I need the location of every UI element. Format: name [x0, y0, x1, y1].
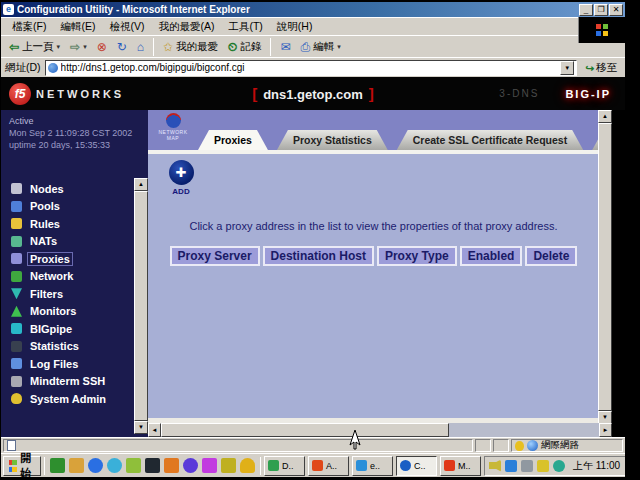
url-dropdown-icon[interactable]: ▾: [560, 61, 574, 75]
start-button[interactable]: 開始: [3, 456, 41, 476]
task-buttons: D.. A.. e.. C.. M..: [264, 456, 481, 476]
scrollbar-thumb[interactable]: [161, 423, 449, 437]
bigpipe-icon: [11, 323, 22, 334]
sidebar-item-bigpipe[interactable]: BIGpipe: [1, 320, 134, 338]
content-vertical-scrollbar[interactable]: ▲ ▼: [598, 110, 612, 424]
volume-icon[interactable]: [489, 460, 501, 472]
quick-launch-icon[interactable]: [202, 458, 217, 473]
sidebar-item-rules[interactable]: Rules: [1, 215, 134, 233]
back-button[interactable]: ⇦ 上一頁 ▾: [5, 37, 64, 56]
sidebar-item-pools[interactable]: Pools: [1, 198, 134, 216]
mindterm-ssh-icon: [11, 376, 22, 387]
tray-icon[interactable]: [553, 460, 565, 472]
datetime-text: Mon Sep 2 11:09:28 CST 2002: [9, 127, 148, 139]
tray-icon[interactable]: [537, 460, 549, 472]
task-button-label: D..: [282, 461, 294, 471]
horizontal-scrollbar[interactable]: ◄ ►: [148, 423, 612, 437]
header-proxy-server[interactable]: Proxy Server: [170, 246, 260, 266]
scroll-down-icon[interactable]: ▼: [134, 421, 148, 434]
scroll-left-icon[interactable]: ◄: [148, 423, 161, 437]
sidebar-item-log-files[interactable]: Log Files: [1, 355, 134, 373]
tab-proxy-statistics[interactable]: Proxy Statistics: [277, 130, 388, 150]
quick-launch-bar: [48, 458, 257, 473]
task-window-button[interactable]: D..: [264, 456, 305, 476]
task-window-button[interactable]: e..: [352, 456, 393, 476]
home-button[interactable]: ⌂: [133, 37, 148, 56]
sidebar-item-label: Mindterm SSH: [28, 375, 107, 387]
menu-help[interactable]: 說明(H): [270, 18, 320, 36]
task-window-button[interactable]: M..: [440, 456, 481, 476]
add-button[interactable]: ✚ ADD: [166, 160, 196, 196]
header-destination-host[interactable]: Destination Host: [263, 246, 374, 266]
sidebar-item-monitors[interactable]: Monitors: [1, 303, 134, 321]
quick-launch-icon[interactable]: [221, 458, 236, 473]
menu-edit[interactable]: 編輯(E): [53, 18, 102, 36]
print-button[interactable]: ⎙ 編輯 ▾: [297, 37, 345, 56]
sidebar-scrollbar[interactable]: ▲ ▼: [134, 178, 148, 434]
network-map-button[interactable]: NETWORK MAP: [154, 113, 192, 141]
scrollbar-thumb[interactable]: [134, 191, 148, 421]
sidebar-item-statistics[interactable]: Statistics: [1, 338, 134, 356]
task-button-label: e..: [370, 461, 380, 471]
scroll-up-icon[interactable]: ▲: [598, 110, 612, 123]
header-enabled[interactable]: Enabled: [460, 246, 523, 266]
quick-launch-icon[interactable]: [88, 458, 103, 473]
go-label: 移至: [596, 61, 617, 75]
proxies-icon: [11, 253, 22, 264]
menu-file[interactable]: 檔案(F): [5, 18, 53, 36]
history-button[interactable]: ⏲ 記錄: [224, 37, 265, 56]
tray-icon[interactable]: [521, 460, 533, 472]
quick-launch-icon[interactable]: [126, 458, 141, 473]
sidebar-item-mindterm-ssh[interactable]: Mindterm SSH: [1, 373, 134, 391]
quick-launch-icon[interactable]: [50, 458, 65, 473]
quick-launch-icon[interactable]: [183, 458, 198, 473]
task-window-button[interactable]: A..: [308, 456, 349, 476]
url-input[interactable]: [61, 62, 561, 73]
sidebar-item-filters[interactable]: Filters: [1, 285, 134, 303]
sidebar-item-proxies[interactable]: Proxies: [1, 250, 134, 268]
scroll-up-icon[interactable]: ▲: [134, 178, 148, 191]
header-proxy-type[interactable]: Proxy Type: [377, 246, 457, 266]
tab-strip: Proxies Proxy Statistics Create SSL Cert…: [198, 130, 599, 150]
tab-create-ssl-certificate-request[interactable]: Create SSL Certificate Request: [397, 130, 583, 150]
quick-launch-icon[interactable]: [69, 458, 84, 473]
sidebar-item-label: Network: [28, 270, 75, 282]
page-icon: [48, 63, 58, 73]
scroll-right-icon[interactable]: ►: [599, 423, 612, 437]
app-icon: [444, 460, 455, 471]
scrollbar-thumb[interactable]: [598, 123, 612, 411]
proxies-panel: ✚ ADD Click a proxy address in the list …: [148, 154, 599, 418]
menu-view[interactable]: 檢視(V): [102, 18, 151, 36]
sidebar-item-system-admin[interactable]: System Admin: [1, 390, 134, 408]
restore-button[interactable]: ❐: [594, 4, 608, 16]
quick-launch-icon[interactable]: [164, 458, 179, 473]
forward-button[interactable]: ⇨ ▾: [66, 37, 91, 56]
sidebar-item-network[interactable]: Network: [1, 268, 134, 286]
quick-launch-icon[interactable]: [145, 458, 160, 473]
quick-launch-icon[interactable]: [107, 458, 122, 473]
sidebar-item-nats[interactable]: NATs: [1, 233, 134, 251]
edit-dropdown-icon[interactable]: ▾: [337, 43, 341, 51]
quick-launch-icon[interactable]: [240, 458, 255, 473]
network-map-icon: [166, 113, 181, 128]
refresh-button[interactable]: ↻: [113, 37, 131, 56]
pools-icon: [11, 201, 22, 212]
back-dropdown-icon[interactable]: ▾: [57, 43, 61, 51]
task-window-button-active[interactable]: C..: [396, 456, 437, 476]
forward-dropdown-icon[interactable]: ▾: [83, 43, 87, 51]
stop-button[interactable]: ⊗: [93, 37, 111, 56]
favorites-button[interactable]: ✩ 我的最愛: [159, 37, 222, 56]
sidebar-item-nodes[interactable]: Nodes: [1, 180, 134, 198]
menu-tools[interactable]: 工具(T): [221, 18, 269, 36]
header-delete[interactable]: Delete: [525, 246, 577, 266]
tray-icon[interactable]: [505, 460, 517, 472]
minimize-button[interactable]: _: [579, 4, 593, 16]
menu-bar: 檔案(F) 編輯(E) 檢視(V) 我的最愛(A) 工具(T) 說明(H): [1, 17, 625, 35]
menu-favorites[interactable]: 我的最愛(A): [151, 18, 221, 36]
tab-proxies[interactable]: Proxies: [198, 130, 268, 150]
toolbar-separator: [153, 38, 154, 56]
mail-button[interactable]: ✉: [276, 37, 294, 56]
close-button[interactable]: ✕: [609, 4, 623, 16]
statistics-icon: [11, 341, 22, 352]
go-button[interactable]: ↪ 移至: [581, 60, 621, 76]
